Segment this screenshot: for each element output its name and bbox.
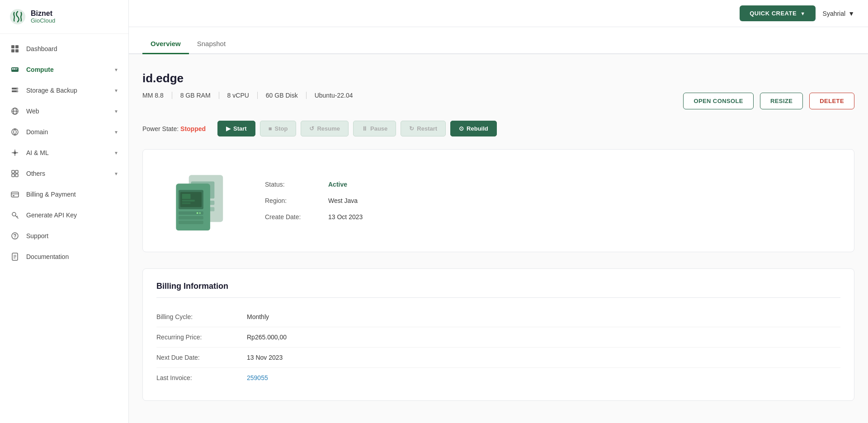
- tab-bar: Overview Snapshot: [129, 27, 868, 54]
- region-value: West Java: [328, 197, 358, 204]
- user-menu[interactable]: Syahrial ▼: [823, 10, 854, 17]
- svg-point-13: [17, 91, 18, 92]
- svg-rect-8: [16, 68, 18, 69]
- dashboard-icon: [10, 44, 20, 54]
- domain-icon: [10, 127, 20, 137]
- sidebar-item-storage[interactable]: Storage & Backup ▼: [0, 80, 128, 101]
- svg-point-53: [199, 212, 201, 214]
- chevron-down-icon: ▼: [114, 67, 118, 72]
- svg-rect-29: [13, 195, 14, 196]
- svg-rect-3: [11, 49, 14, 52]
- sidebar-item-web[interactable]: Web ▼: [0, 101, 128, 122]
- billing-invoice-label: Last Invoice:: [156, 374, 247, 381]
- power-resume-button[interactable]: ↺ Resume: [301, 121, 349, 136]
- sidebar-item-label: Compute: [26, 66, 108, 73]
- power-pause-button[interactable]: ⏸ Pause: [353, 121, 396, 136]
- svg-rect-48: [182, 202, 191, 204]
- tab-snapshot[interactable]: Snapshot: [189, 34, 234, 54]
- power-stop-button[interactable]: ■ Stop: [260, 121, 297, 136]
- pause-icon: ⏸: [362, 125, 368, 132]
- billing-section-title: Billing Information: [156, 282, 840, 298]
- api-icon: [10, 210, 20, 220]
- sidebar-item-others[interactable]: Others ▼: [0, 163, 128, 184]
- create-date-value: 13 Oct 2023: [328, 213, 363, 221]
- billing-price-label: Recurring Price:: [156, 334, 247, 341]
- power-state-row: Power State: Stopped ▶ Start ■ Stop ↺ Re…: [142, 121, 854, 136]
- open-console-button[interactable]: OPEN CONSOLE: [683, 93, 754, 109]
- sidebar: Biznet GioCloud Dashboard Compute ▼ Stor…: [0, 0, 129, 423]
- spec-vcpu: 8 vCPU: [227, 92, 258, 99]
- instance-info-grid: Status: Active Region: West Java Create …: [265, 162, 840, 239]
- sidebar-item-billing[interactable]: Billing & Payment: [0, 184, 128, 205]
- svg-rect-23: [12, 170, 14, 173]
- logo: Biznet GioCloud: [0, 0, 128, 34]
- resize-button[interactable]: RESIZE: [760, 93, 803, 109]
- billing-row-cycle: Billing Cycle: Monthly: [156, 307, 840, 327]
- svg-rect-47: [182, 200, 195, 202]
- tab-overview[interactable]: Overview: [142, 34, 189, 54]
- chevron-down-icon: ▼: [114, 88, 118, 93]
- power-rebuild-button[interactable]: ⊙ Rebuild: [450, 121, 497, 136]
- topbar: QUICK CREATE ▼ Syahrial ▼: [129, 0, 868, 27]
- instance-specs: MM 8.8 8 GB RAM 8 vCPU 60 GB Disk Ubuntu…: [142, 92, 361, 99]
- chevron-down-icon: ▼: [114, 109, 118, 114]
- spec-ram: 8 GB RAM: [180, 92, 219, 99]
- chevron-down-icon: ▼: [848, 10, 854, 17]
- info-row-create-date: Create Date: 13 Oct 2023: [265, 213, 840, 221]
- main-area: QUICK CREATE ▼ Syahrial ▼ Overview Snaps…: [129, 0, 868, 423]
- billing-row-price: Recurring Price: Rp265.000,00: [156, 327, 840, 348]
- power-start-button[interactable]: ▶ Start: [217, 121, 255, 136]
- info-row-region: Region: West Java: [265, 197, 840, 204]
- sidebar-item-label: Support: [26, 232, 118, 240]
- svg-line-31: [17, 216, 18, 217]
- sidebar-item-label: Generate API Key: [26, 212, 118, 219]
- svg-point-12: [17, 88, 18, 89]
- content-area: Overview Snapshot id.edge MM 8.8 8 GB RA…: [129, 27, 868, 423]
- svg-point-18: [14, 151, 16, 154]
- user-name: Syahrial: [823, 10, 846, 17]
- sidebar-item-docs[interactable]: Documentation: [0, 246, 128, 267]
- billing-due-value: 13 Nov 2023: [247, 354, 283, 361]
- svg-rect-25: [12, 174, 14, 177]
- quick-create-label: QUICK CREATE: [750, 10, 797, 17]
- web-icon: [10, 106, 20, 116]
- support-icon: [10, 231, 20, 241]
- svg-rect-51: [179, 221, 203, 224]
- sidebar-item-compute[interactable]: Compute ▼: [0, 59, 128, 80]
- svg-rect-2: [15, 45, 19, 48]
- spec-plan: MM 8.8: [142, 92, 172, 99]
- sidebar-item-label: Documentation: [26, 253, 118, 260]
- logo-sub: GioCloud: [31, 18, 55, 24]
- ai-icon: [10, 148, 20, 158]
- status-value: Active: [328, 181, 347, 188]
- info-row-status: Status: Active: [265, 181, 840, 188]
- sidebar-item-api-key[interactable]: Generate API Key: [0, 205, 128, 226]
- sidebar-item-label: Storage & Backup: [26, 87, 108, 94]
- power-restart-button[interactable]: ↻ Restart: [401, 121, 446, 136]
- sidebar-item-domain[interactable]: Domain ▼: [0, 122, 128, 142]
- biznet-logo-icon: [9, 8, 26, 25]
- billing-icon: [10, 189, 20, 199]
- billing-invoice-link[interactable]: 259055: [247, 374, 268, 381]
- svg-rect-27: [11, 192, 19, 197]
- svg-rect-26: [15, 174, 18, 177]
- chevron-down-icon: ▼: [114, 130, 118, 135]
- svg-rect-9: [16, 69, 17, 70]
- svg-rect-6: [12, 68, 14, 70]
- start-icon: ▶: [226, 125, 231, 132]
- sidebar-nav: Dashboard Compute ▼ Storage & Backup ▼ W…: [0, 34, 128, 272]
- billing-section: Billing Information Billing Cycle: Month…: [142, 268, 854, 401]
- svg-rect-50: [179, 216, 203, 220]
- svg-rect-7: [14, 68, 15, 70]
- quick-create-button[interactable]: QUICK CREATE ▼: [740, 5, 815, 21]
- docs-icon: [10, 252, 20, 262]
- sidebar-item-ai-ml[interactable]: AI & ML ▼: [0, 142, 128, 163]
- delete-button[interactable]: DELETE: [809, 93, 854, 109]
- svg-point-52: [197, 212, 198, 214]
- storage-icon: [10, 85, 20, 95]
- sidebar-item-support[interactable]: Support: [0, 226, 128, 246]
- sidebar-item-label: AI & ML: [26, 149, 108, 156]
- sidebar-item-label: Others: [26, 170, 108, 177]
- sidebar-item-label: Billing & Payment: [26, 191, 118, 198]
- sidebar-item-dashboard[interactable]: Dashboard: [0, 38, 128, 59]
